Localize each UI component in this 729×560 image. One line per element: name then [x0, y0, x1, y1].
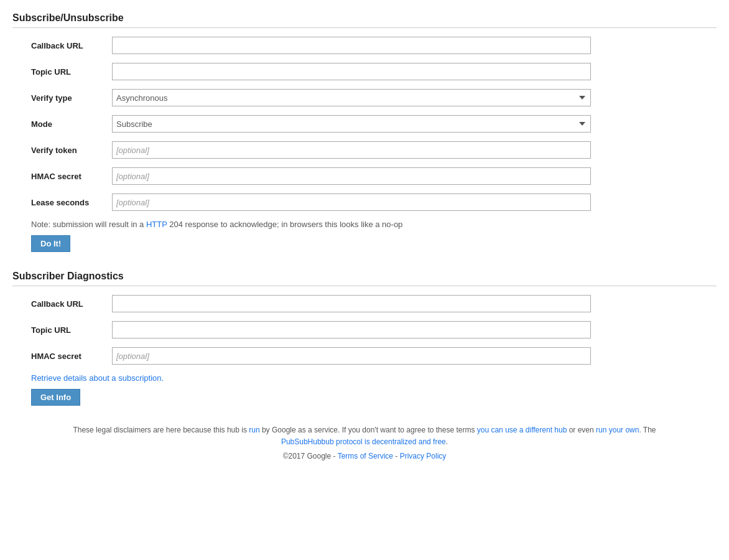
- topic-url-row-1: Topic URL: [12, 63, 717, 80]
- do-it-button[interactable]: Do It!: [31, 235, 70, 252]
- diagnostics-section: Subscriber Diagnostics Callback URL Topi…: [12, 271, 717, 406]
- verify-token-input[interactable]: [112, 141, 591, 159]
- hmac-secret-label-2: HMAC secret: [12, 352, 112, 361]
- retrieve-link[interactable]: Retrieve details about a subscription.: [31, 373, 717, 383]
- hmac-secret-input-1[interactable]: [112, 167, 591, 185]
- lease-seconds-label: Lease seconds: [12, 198, 112, 207]
- lease-seconds-row: Lease seconds: [12, 194, 717, 211]
- hmac-secret-label-1: HMAC secret: [12, 172, 112, 181]
- topic-url-label-2: Topic URL: [12, 325, 112, 335]
- hmac-secret-row-2: HMAC secret: [12, 347, 717, 365]
- topic-url-input-1[interactable]: [112, 63, 591, 80]
- mode-row: Mode Subscribe Unsubscribe: [12, 115, 717, 133]
- subscribe-section: Subscribe/Unsubscribe Callback URL Topic…: [12, 12, 717, 252]
- callback-url-row-2: Callback URL: [12, 295, 717, 312]
- mode-label: Mode: [12, 119, 112, 129]
- footer-disclaimer: These legal disclaimers are here because…: [12, 424, 717, 448]
- pubsubhubbub-link[interactable]: PubSubHubbub protocol is decentralized a…: [281, 437, 446, 446]
- callback-url-row-1: Callback URL: [12, 37, 717, 54]
- footer-copyright: ©2017 Google - Terms of Service - Privac…: [12, 452, 717, 460]
- topic-url-row-2: Topic URL: [12, 321, 717, 338]
- verify-token-row: Verify token: [12, 141, 717, 159]
- callback-url-input-1[interactable]: [112, 37, 591, 54]
- callback-url-label-1: Callback URL: [12, 41, 112, 50]
- callback-url-input-2[interactable]: [112, 295, 591, 312]
- submission-note: Note: submission will result in a HTTP 2…: [31, 220, 717, 229]
- can-use-link[interactable]: you can use a different hub: [477, 426, 567, 434]
- subscribe-title: Subscribe/Unsubscribe: [12, 12, 717, 28]
- hmac-secret-input-2[interactable]: [112, 347, 591, 365]
- hmac-secret-row-1: HMAC secret: [12, 167, 717, 185]
- verify-type-label: Verify type: [12, 93, 112, 103]
- http-link[interactable]: HTTP: [146, 220, 167, 229]
- verify-type-select[interactable]: Asynchronous Synchronous: [112, 89, 591, 106]
- diagnostics-title: Subscriber Diagnostics: [12, 271, 717, 286]
- topic-url-label-1: Topic URL: [12, 67, 112, 77]
- topic-url-input-2[interactable]: [112, 321, 591, 338]
- lease-seconds-input[interactable]: [112, 194, 591, 211]
- terms-link[interactable]: Terms of Service: [338, 452, 393, 460]
- callback-url-label-2: Callback URL: [12, 299, 112, 309]
- verify-type-row: Verify type Asynchronous Synchronous: [12, 89, 717, 106]
- mode-select[interactable]: Subscribe Unsubscribe: [112, 115, 591, 133]
- run-own-link[interactable]: run your own: [596, 426, 639, 434]
- get-info-button[interactable]: Get Info: [31, 389, 80, 406]
- footer: These legal disclaimers are here because…: [12, 424, 717, 460]
- privacy-link[interactable]: Privacy Policy: [400, 452, 447, 460]
- run-link[interactable]: run: [249, 426, 259, 434]
- verify-token-label: Verify token: [12, 146, 112, 155]
